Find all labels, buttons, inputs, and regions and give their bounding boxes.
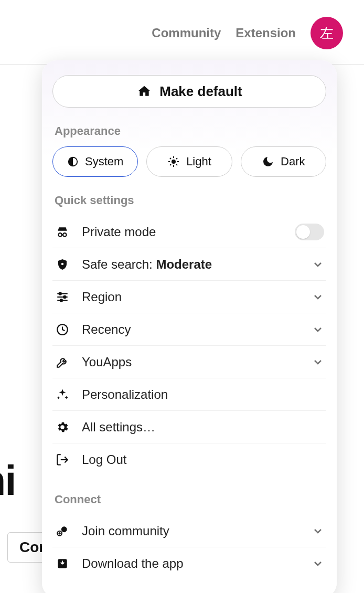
- svg-point-17: [59, 292, 61, 294]
- quick-settings-title: Quick settings: [55, 194, 326, 207]
- sliders-icon: [55, 289, 70, 305]
- make-default-button[interactable]: Make default: [52, 75, 326, 108]
- svg-line-9: [176, 158, 177, 159]
- make-default-label: Make default: [159, 83, 242, 100]
- chevron-down-icon: [312, 323, 324, 336]
- chevron-down-icon: [312, 258, 324, 271]
- nav-community[interactable]: Community: [152, 26, 221, 40]
- chevron-down-icon: [312, 356, 324, 368]
- svg-point-22: [61, 526, 67, 532]
- appearance-dark-label: Dark: [281, 155, 305, 168]
- join-community-row[interactable]: Join community: [52, 515, 326, 547]
- chevron-down-icon: [312, 291, 324, 303]
- youapps-row[interactable]: YouApps: [52, 346, 326, 378]
- moon-icon: [262, 155, 274, 168]
- personalization-row[interactable]: Personalization: [52, 378, 326, 411]
- region-label: Region: [82, 290, 300, 304]
- safe-search-label: Safe search: Moderate: [82, 257, 300, 272]
- home-icon: [136, 83, 152, 99]
- svg-point-10: [58, 233, 62, 237]
- gear-icon: [55, 419, 70, 435]
- connect-title: Connect: [55, 493, 326, 506]
- recency-label: Recency: [82, 322, 300, 337]
- svg-point-11: [63, 233, 67, 237]
- appearance-dark[interactable]: Dark: [241, 146, 326, 177]
- settings-panel: Make default Appearance System Light Dar…: [42, 60, 337, 593]
- contrast-icon: [67, 156, 79, 167]
- appearance-system-label: System: [85, 155, 123, 168]
- sun-icon: [167, 155, 180, 168]
- private-mode-row[interactable]: Private mode: [52, 216, 326, 248]
- personalization-label: Personalization: [82, 387, 324, 402]
- all-settings-row[interactable]: All settings…: [52, 411, 326, 443]
- appearance-system[interactable]: System: [52, 146, 138, 177]
- svg-point-1: [172, 160, 176, 164]
- sparkle-icon: [55, 387, 70, 403]
- appearance-title: Appearance: [55, 124, 326, 138]
- appearance-light[interactable]: Light: [146, 146, 232, 177]
- svg-line-7: [176, 164, 177, 165]
- top-navigation: Community Extension 左: [0, 0, 364, 65]
- appearance-options: System Light Dark: [52, 146, 326, 177]
- all-settings-label: All settings…: [82, 420, 324, 435]
- connect-list: Join community Download the app: [52, 515, 326, 580]
- private-mode-label: Private mode: [82, 225, 283, 239]
- svg-line-8: [170, 164, 171, 165]
- svg-point-13: [61, 262, 63, 264]
- log-out-label: Log Out: [82, 452, 324, 467]
- svg-line-6: [170, 158, 171, 159]
- log-out-icon: [55, 452, 70, 468]
- join-community-label: Join community: [82, 524, 300, 538]
- svg-point-19: [60, 299, 62, 301]
- log-out-row[interactable]: Log Out: [52, 443, 326, 476]
- download-app-row[interactable]: Download the app: [52, 547, 326, 580]
- recency-row[interactable]: Recency: [52, 313, 326, 346]
- incognito-icon: [55, 224, 70, 240]
- chevron-down-icon: [312, 525, 324, 537]
- private-mode-toggle[interactable]: [295, 224, 324, 240]
- safe-search-row[interactable]: Safe search: Moderate: [52, 248, 326, 281]
- download-icon: [55, 556, 70, 571]
- chevron-down-icon: [312, 557, 324, 570]
- avatar[interactable]: 左: [311, 17, 343, 49]
- community-icon: [55, 523, 70, 539]
- youapps-label: YouApps: [82, 355, 300, 369]
- clock-icon: [55, 322, 70, 337]
- background-heading-fragment: ani: [0, 457, 16, 505]
- svg-point-18: [63, 295, 66, 298]
- download-app-label: Download the app: [82, 556, 300, 571]
- shield-icon: [55, 257, 70, 272]
- nav-extension[interactable]: Extension: [235, 26, 296, 40]
- tools-icon: [55, 354, 70, 370]
- quick-settings-list: Private mode Safe search: Moderate Regio…: [52, 216, 326, 476]
- appearance-light-label: Light: [186, 155, 211, 168]
- region-row[interactable]: Region: [52, 281, 326, 313]
